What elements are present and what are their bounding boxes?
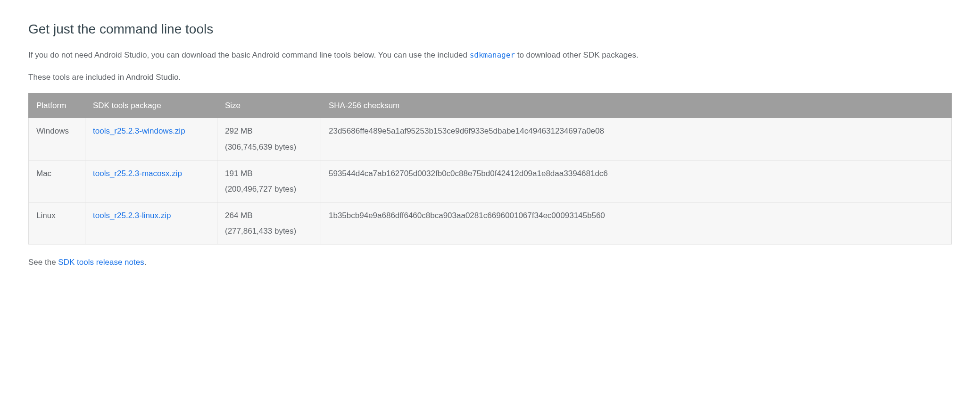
sdkmanager-link[interactable]: sdkmanager bbox=[470, 51, 515, 59]
cell-size-bytes: (306,745,639 bytes) bbox=[225, 141, 313, 153]
release-notes-link[interactable]: SDK tools release notes bbox=[58, 258, 144, 267]
header-platform: Platform bbox=[29, 93, 85, 118]
downloads-table: Platform SDK tools package Size SHA-256 … bbox=[28, 93, 952, 245]
cell-checksum: 593544d4ca7ab162705d0032fb0c0c88e75bd0f4… bbox=[321, 160, 952, 202]
intro-paragraph: If you do not need Android Studio, you c… bbox=[28, 49, 952, 61]
included-note: These tools are included in Android Stud… bbox=[28, 71, 952, 84]
cell-platform: Windows bbox=[29, 118, 85, 160]
table-row: Linux tools_r25.2.3-linux.zip 264 MB (27… bbox=[29, 202, 952, 245]
table-header-row: Platform SDK tools package Size SHA-256 … bbox=[29, 93, 952, 118]
download-link[interactable]: tools_r25.2.3-windows.zip bbox=[93, 127, 185, 135]
header-checksum: SHA-256 checksum bbox=[321, 93, 952, 118]
cell-platform: Linux bbox=[29, 202, 85, 245]
cell-size: 191 MB bbox=[225, 167, 313, 180]
section-heading: Get just the command line tools bbox=[28, 19, 952, 40]
footer-paragraph: See the SDK tools release notes. bbox=[28, 256, 952, 269]
cell-checksum: 1b35bcb94e9a686dff6460c8bca903aa0281c669… bbox=[321, 202, 952, 245]
download-link[interactable]: tools_r25.2.3-macosx.zip bbox=[93, 169, 182, 178]
header-package: SDK tools package bbox=[85, 93, 217, 118]
header-size: Size bbox=[217, 93, 321, 118]
cell-size: 292 MB bbox=[225, 125, 313, 137]
footer-prefix: See the bbox=[28, 258, 58, 267]
cell-checksum: 23d5686ffe489e5a1af95253b153ce9d6f933e5d… bbox=[321, 118, 952, 160]
cell-platform: Mac bbox=[29, 160, 85, 202]
footer-suffix: . bbox=[144, 258, 147, 267]
table-row: Mac tools_r25.2.3-macosx.zip 191 MB (200… bbox=[29, 160, 952, 202]
cell-size-bytes: (277,861,433 bytes) bbox=[225, 225, 313, 237]
intro-text-1: If you do not need Android Studio, you c… bbox=[28, 51, 470, 59]
cell-size-bytes: (200,496,727 bytes) bbox=[225, 183, 313, 195]
table-row: Windows tools_r25.2.3-windows.zip 292 MB… bbox=[29, 118, 952, 160]
download-link[interactable]: tools_r25.2.3-linux.zip bbox=[93, 211, 171, 220]
intro-text-2: to download other SDK packages. bbox=[515, 51, 639, 59]
cell-size: 264 MB bbox=[225, 209, 313, 222]
